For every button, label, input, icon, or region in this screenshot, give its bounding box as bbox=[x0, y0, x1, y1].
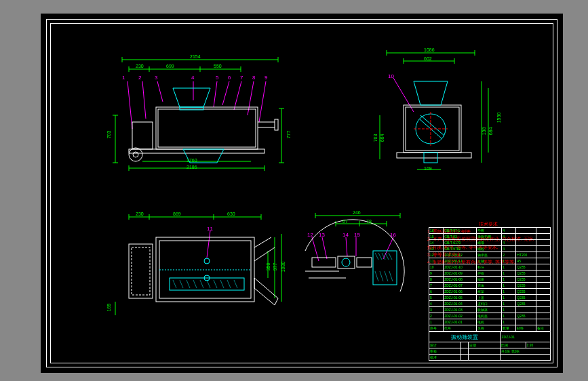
svg-rect-30 bbox=[132, 122, 153, 149]
dim-v3-l: 169 bbox=[106, 304, 111, 312]
svg-line-89 bbox=[200, 280, 203, 288]
svg-line-105 bbox=[346, 237, 347, 256]
dim-v2-lb: 664 bbox=[380, 134, 385, 142]
drawing-sheet: 2154 230 699 550 703 777 2186 1760 1 2 3… bbox=[41, 14, 563, 373]
dim-v1-overall-w: 2154 bbox=[190, 54, 201, 59]
bom-row: 13GB/T-5782螺栓4 bbox=[429, 246, 551, 252]
svg-rect-35 bbox=[275, 119, 278, 130]
svg-rect-108 bbox=[312, 258, 336, 267]
dim-v1-d1: 230 bbox=[136, 64, 144, 68]
svg-rect-74 bbox=[129, 244, 153, 298]
svg-rect-32 bbox=[158, 109, 256, 147]
balloon-16: 16 bbox=[390, 232, 396, 238]
dim-v4-ow: 246 bbox=[353, 210, 361, 215]
bom-row: 14GB/T-6170螺母4 bbox=[429, 240, 551, 246]
balloon-4: 4 bbox=[191, 75, 194, 81]
svg-line-117 bbox=[385, 253, 389, 260]
svg-line-58 bbox=[420, 115, 444, 136]
bom-table: 16GB/T-97-1垫圈415GB/T-93弹簧垫圈414GB/T-6170螺… bbox=[429, 227, 551, 332]
svg-line-87 bbox=[187, 280, 190, 288]
svg-line-94 bbox=[234, 280, 237, 288]
svg-line-22 bbox=[157, 81, 163, 102]
svg-line-73 bbox=[207, 230, 210, 258]
balloon-10: 10 bbox=[388, 73, 394, 79]
svg-line-122 bbox=[389, 271, 393, 281]
bom-row: 4ZDZJ-01-04进料口1Q235 bbox=[429, 301, 551, 307]
view-side-elevation bbox=[366, 47, 502, 183]
bom-row: 7ZDZJ-01-07壳体1Q235 bbox=[429, 283, 551, 289]
dim-v4-d1: 67 bbox=[342, 219, 348, 224]
bom-row: 12ZDZJ-01-12轴承座2HT200 bbox=[429, 252, 551, 258]
svg-line-114 bbox=[375, 253, 378, 260]
svg-line-118 bbox=[389, 253, 392, 260]
svg-rect-80 bbox=[132, 247, 150, 295]
bom-row: 9ZDZJ-01-09护板1Q235 bbox=[429, 270, 551, 277]
dim-v1-bw: 2186 bbox=[187, 165, 197, 169]
balloon-9: 9 bbox=[264, 75, 267, 81]
svg-line-119 bbox=[375, 271, 378, 281]
svg-line-86 bbox=[180, 280, 183, 288]
bom-header: 序号代号名称数量材料备注 bbox=[429, 325, 551, 332]
drawing-number: ZDZJ-01 bbox=[501, 332, 551, 342]
svg-line-25 bbox=[222, 81, 229, 105]
drawing-title: 振动筛装置 bbox=[429, 332, 501, 342]
svg-rect-110 bbox=[357, 258, 372, 267]
dim-v2-iw: 602 bbox=[424, 56, 432, 61]
svg-rect-52 bbox=[397, 153, 471, 158]
balloon-2: 2 bbox=[138, 75, 141, 81]
dim-v2-rh: 1530 bbox=[496, 113, 501, 123]
dim-v4-d2: 78 bbox=[366, 219, 372, 224]
svg-line-26 bbox=[234, 81, 241, 110]
svg-rect-29 bbox=[129, 149, 264, 153]
svg-point-37 bbox=[133, 152, 138, 157]
svg-rect-84 bbox=[170, 278, 244, 290]
bom-row: 5ZDZJ-01-05上盖1Q235 bbox=[429, 295, 551, 301]
title-block: 振动筛装置ZDZJ-01 设计日期比例1:20 审核共1张 第1张 批准 bbox=[429, 332, 551, 361]
dim-v2-ow: 1086 bbox=[424, 47, 435, 52]
svg-point-123 bbox=[342, 258, 350, 266]
balloon-5: 5 bbox=[216, 75, 218, 81]
dim-v3-d3: 630 bbox=[227, 212, 235, 216]
svg-line-107 bbox=[383, 237, 393, 259]
svg-line-93 bbox=[227, 280, 231, 288]
dim-v1-d2: 699 bbox=[166, 64, 174, 68]
balloon-14: 14 bbox=[342, 232, 349, 238]
dim-v3-h3: 1080 bbox=[281, 262, 286, 273]
dim-v3-h2: 350 bbox=[266, 263, 271, 271]
balloon-11: 11 bbox=[207, 226, 213, 232]
svg-line-120 bbox=[380, 271, 383, 281]
svg-point-36 bbox=[129, 148, 142, 161]
dim-v3-h1: 977 bbox=[273, 263, 277, 271]
balloon-1: 1 bbox=[122, 75, 125, 81]
svg-line-85 bbox=[173, 280, 176, 288]
svg-marker-55 bbox=[414, 81, 448, 105]
dim-v2-r1: 138 bbox=[482, 127, 486, 136]
svg-line-91 bbox=[214, 280, 217, 288]
dim-v1-rh: 777 bbox=[286, 131, 291, 139]
stage: 2154 230 699 550 703 777 2186 1760 1 2 3… bbox=[0, 0, 588, 381]
view-plan bbox=[109, 210, 285, 332]
svg-line-88 bbox=[193, 280, 197, 288]
bom-row: 16GB/T-97-1垫圈4 bbox=[429, 228, 551, 234]
view-detail bbox=[298, 210, 414, 319]
bom-and-title-block: 16GB/T-97-1垫圈415GB/T-93弹簧垫圈414GB/T-6170螺… bbox=[429, 227, 551, 361]
svg-marker-38 bbox=[173, 88, 210, 107]
bom-row: 15GB/T-93弹簧垫圈4 bbox=[429, 234, 551, 240]
svg-line-90 bbox=[207, 280, 210, 288]
dim-v1-lh: 703 bbox=[106, 131, 111, 139]
svg-line-92 bbox=[220, 280, 224, 288]
bom-row: 6ZDZJ-01-06框架1Q235 bbox=[429, 289, 551, 295]
svg-line-78 bbox=[254, 247, 275, 261]
svg-line-115 bbox=[378, 253, 382, 260]
balloon-7: 7 bbox=[240, 75, 243, 81]
svg-rect-31 bbox=[156, 107, 258, 149]
dim-v1-d3: 550 bbox=[214, 64, 222, 68]
bom-row: 11ZDZJ-01-11主轴145 bbox=[429, 258, 551, 264]
dim-v2-lh: 703 bbox=[373, 134, 378, 142]
dim-v2-b: 169 bbox=[424, 166, 432, 171]
svg-line-20 bbox=[128, 81, 132, 129]
svg-line-104 bbox=[322, 237, 327, 259]
svg-point-81 bbox=[204, 258, 210, 264]
svg-line-28 bbox=[259, 81, 266, 122]
balloon-12: 12 bbox=[307, 232, 313, 238]
